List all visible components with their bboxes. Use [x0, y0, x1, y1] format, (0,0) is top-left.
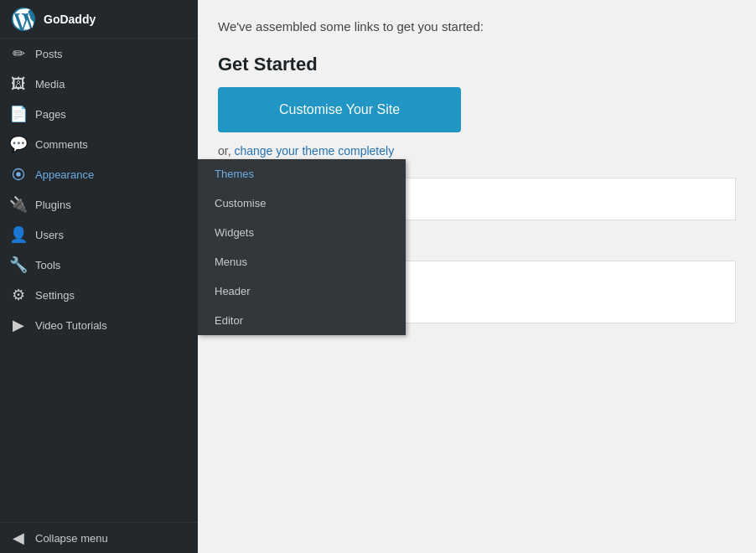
sidebar-item-appearance[interactable]: Appearance [0, 159, 198, 189]
sidebar-item-label: Pages [35, 108, 66, 121]
sidebar-item-label: Users [35, 229, 64, 241]
sidebar-item-comments[interactable]: 💬 Comments [0, 129, 198, 159]
sidebar-item-plugins[interactable]: 🔌 Plugins [0, 189, 198, 220]
collapse-label: Collapse menu [35, 532, 108, 545]
tools-icon: 🔧 [10, 256, 27, 273]
media-icon: 🖼 [10, 75, 27, 92]
submenu-item-themes[interactable]: Themes [198, 159, 406, 189]
comments-icon: 💬 [10, 136, 27, 152]
sidebar-nav: ✏ Posts 🖼 Media 📄 Pages 💬 Comments [0, 39, 198, 340]
sidebar-brand[interactable]: GoDaddy [0, 0, 198, 39]
collapse-icon: ◀ [10, 530, 27, 546]
brand-name: GoDaddy [44, 13, 96, 26]
video-icon: ▶ [10, 317, 27, 333]
sidebar-item-label: Posts [35, 48, 63, 60]
sidebar-item-label: Tools [35, 259, 60, 271]
sidebar-item-label: Appearance [35, 168, 94, 181]
plugins-icon: 🔌 [10, 196, 27, 213]
sidebar-item-appearance-container: Appearance Themes Customise Widgets Menu… [0, 159, 198, 189]
svg-point-1 [16, 172, 20, 176]
posts-icon: ✏ [10, 45, 27, 62]
change-theme-link[interactable]: change your theme completely [234, 144, 394, 158]
submenu-item-customise[interactable]: Customise [198, 189, 406, 218]
sidebar-item-video-tutorials[interactable]: ▶ Video Tutorials [0, 310, 198, 340]
sidebar: GoDaddy ✏ Posts 🖼 Media 📄 Pages 💬 Commen… [0, 0, 198, 553]
settings-icon: ⚙ [10, 287, 27, 303]
wordpress-icon [10, 6, 37, 33]
appearance-submenu: Themes Customise Widgets Menus Header Ed… [198, 159, 406, 335]
or-text: or, [218, 144, 231, 158]
sidebar-item-settings[interactable]: ⚙ Settings [0, 280, 198, 310]
sidebar-item-users[interactable]: 👤 Users [0, 220, 198, 250]
or-line: or, change your theme completely [218, 144, 736, 158]
sidebar-item-tools[interactable]: 🔧 Tools [0, 250, 198, 280]
sidebar-item-posts[interactable]: ✏ Posts [0, 39, 198, 69]
pages-icon: 📄 [10, 106, 27, 122]
sidebar-item-label: Settings [35, 289, 75, 302]
users-icon: 👤 [10, 226, 27, 243]
get-started-title: Get Started [218, 54, 736, 75]
sidebar-item-media[interactable]: 🖼 Media [0, 69, 198, 99]
sidebar-item-label: Comments [35, 138, 88, 151]
submenu-item-editor[interactable]: Editor [198, 306, 406, 335]
sidebar-item-label: Plugins [35, 199, 71, 211]
sidebar-item-label: Media [35, 78, 65, 90]
submenu-item-header[interactable]: Header [198, 276, 406, 306]
sidebar-item-label: Video Tutorials [35, 319, 107, 332]
sidebar-item-pages[interactable]: 📄 Pages [0, 99, 198, 129]
intro-text: We've assembled some links to get you st… [218, 17, 736, 37]
submenu-item-widgets[interactable]: Widgets [198, 218, 406, 247]
submenu-item-menus[interactable]: Menus [198, 247, 406, 276]
appearance-icon [10, 166, 27, 183]
customise-your-site-button[interactable]: Customise Your Site [218, 87, 461, 132]
collapse-menu[interactable]: ◀ Collapse menu [0, 522, 198, 553]
